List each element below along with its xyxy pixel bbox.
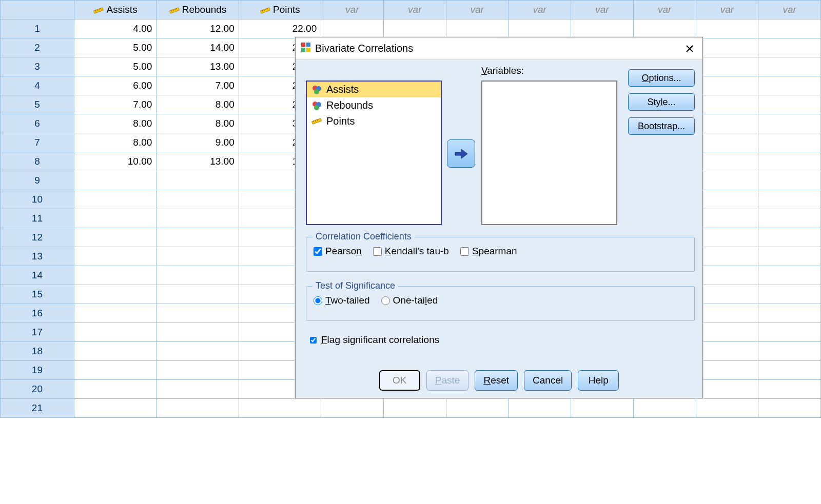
cell[interactable]	[758, 76, 821, 95]
empty-column-header[interactable]: var	[758, 1, 821, 19]
cell[interactable]	[157, 228, 239, 247]
row-number[interactable]: 2	[1, 38, 74, 57]
cell[interactable]	[758, 380, 821, 399]
cell[interactable]	[74, 209, 156, 228]
cell[interactable]	[383, 399, 446, 418]
cell[interactable]	[321, 399, 384, 418]
cell[interactable]	[157, 190, 239, 209]
cell[interactable]	[758, 342, 821, 361]
cell[interactable]	[758, 57, 821, 76]
row-number[interactable]: 18	[1, 342, 74, 361]
row-number[interactable]: 4	[1, 76, 74, 95]
row-number[interactable]: 1	[1, 19, 74, 38]
column-header-rebounds[interactable]: Rebounds	[157, 1, 239, 19]
cell[interactable]: 7.00	[157, 76, 239, 95]
cell[interactable]	[696, 57, 758, 76]
cell[interactable]	[758, 247, 821, 266]
source-list-item[interactable]: Assists	[307, 82, 441, 97]
row-number[interactable]: 13	[1, 247, 74, 266]
cell[interactable]: 6.00	[74, 76, 156, 95]
cell[interactable]	[446, 399, 509, 418]
cell[interactable]	[157, 342, 239, 361]
cell[interactable]	[157, 361, 239, 380]
cell[interactable]	[571, 19, 634, 38]
cell[interactable]	[74, 171, 156, 190]
cell[interactable]	[157, 171, 239, 190]
cell[interactable]	[696, 190, 758, 209]
spearman-checkbox[interactable]: Spearman	[460, 246, 517, 257]
cell[interactable]	[74, 228, 156, 247]
cell[interactable]: 5.00	[74, 38, 156, 57]
row-number[interactable]: 17	[1, 323, 74, 342]
cell[interactable]	[157, 304, 239, 323]
cell[interactable]: 9.00	[157, 133, 239, 152]
cell[interactable]: 22.00	[239, 19, 321, 38]
cell[interactable]	[758, 323, 821, 342]
empty-column-header[interactable]: var	[509, 1, 571, 19]
cell[interactable]	[157, 247, 239, 266]
column-header-points[interactable]: Points	[239, 1, 321, 19]
column-header-assists[interactable]: Assists	[74, 1, 156, 19]
cell[interactable]: 13.00	[157, 57, 239, 76]
row-number[interactable]: 19	[1, 361, 74, 380]
cell[interactable]	[509, 19, 571, 38]
kendall-checkbox[interactable]: Kendall's tau-b	[373, 246, 449, 257]
style-button[interactable]: Style...	[628, 93, 695, 111]
cell[interactable]	[696, 133, 758, 152]
cell[interactable]	[758, 190, 821, 209]
cell[interactable]	[74, 323, 156, 342]
cell[interactable]	[758, 285, 821, 304]
paste-button[interactable]: Paste	[426, 370, 469, 391]
cell[interactable]	[758, 209, 821, 228]
row-number[interactable]: 12	[1, 228, 74, 247]
pearson-checkbox[interactable]: Pearson	[314, 246, 362, 257]
cell[interactable]	[446, 19, 509, 38]
cell[interactable]	[696, 95, 758, 114]
target-variable-list[interactable]	[481, 80, 617, 225]
cell[interactable]	[74, 380, 156, 399]
cell[interactable]	[633, 399, 696, 418]
cell[interactable]	[157, 323, 239, 342]
cell[interactable]	[696, 19, 758, 38]
bootstrap-button[interactable]: Bootstrap...	[628, 117, 695, 135]
cell[interactable]	[758, 361, 821, 380]
cell[interactable]	[696, 76, 758, 95]
cell[interactable]	[383, 19, 446, 38]
options-button[interactable]: Options...	[628, 69, 695, 87]
reset-button[interactable]: Reset	[475, 370, 518, 391]
empty-column-header[interactable]: var	[446, 1, 509, 19]
cell[interactable]	[633, 19, 696, 38]
row-number[interactable]: 14	[1, 266, 74, 285]
cell[interactable]: 13.00	[157, 152, 239, 171]
cell[interactable]: 8.00	[157, 114, 239, 133]
source-variable-list[interactable]: AssistsReboundsPoints	[306, 80, 442, 225]
cell[interactable]	[758, 171, 821, 190]
cell[interactable]	[157, 266, 239, 285]
cell[interactable]	[758, 38, 821, 57]
cell[interactable]	[74, 304, 156, 323]
cell[interactable]	[157, 399, 239, 418]
row-number[interactable]: 10	[1, 190, 74, 209]
cell[interactable]	[758, 133, 821, 152]
cell[interactable]	[696, 228, 758, 247]
cell[interactable]	[696, 247, 758, 266]
cell[interactable]	[74, 190, 156, 209]
empty-column-header[interactable]: var	[571, 1, 634, 19]
empty-column-header[interactable]: var	[633, 1, 696, 19]
dialog-close-button[interactable]	[682, 41, 697, 56]
cell[interactable]	[758, 19, 821, 38]
row-number[interactable]: 11	[1, 209, 74, 228]
one-tailed-radio[interactable]: One-tailed	[381, 295, 438, 306]
cell[interactable]	[696, 152, 758, 171]
cell[interactable]	[696, 171, 758, 190]
empty-column-header[interactable]: var	[383, 1, 446, 19]
cell[interactable]: 8.00	[74, 133, 156, 152]
cell[interactable]	[74, 247, 156, 266]
row-number[interactable]: 9	[1, 171, 74, 190]
cell[interactable]	[758, 152, 821, 171]
cell[interactable]	[157, 285, 239, 304]
empty-column-header[interactable]: var	[321, 1, 384, 19]
cell[interactable]	[696, 38, 758, 57]
cell[interactable]: 10.00	[74, 152, 156, 171]
cell[interactable]	[758, 304, 821, 323]
